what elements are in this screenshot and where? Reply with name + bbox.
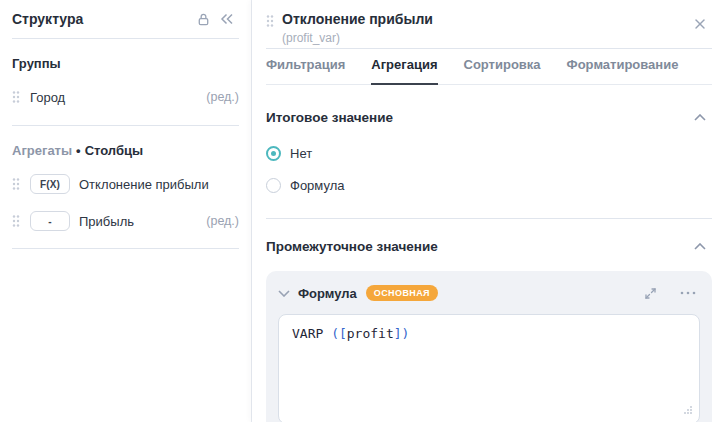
settings-tabs: Фильтрация Агрегация Сортировка Форматир… <box>266 49 712 85</box>
group-row-city[interactable]: Город (ред.) <box>12 86 239 108</box>
formula-field-name: profit <box>347 326 394 341</box>
column-edit-link[interactable]: (ред.) <box>206 214 239 228</box>
panel-header: Отклонение прибыли (profit_var) <box>266 0 712 48</box>
expand-icon[interactable] <box>638 281 662 305</box>
formula-close-bracket: ]) <box>394 326 410 341</box>
plain-type-badge: - <box>30 211 70 231</box>
more-options-icon[interactable] <box>676 281 700 305</box>
radio-label: Формула <box>290 178 344 193</box>
formula-card: Формула ОСНОВНАЯ <box>266 271 712 422</box>
structure-title: Структура <box>12 11 191 27</box>
formula-open-bracket: ([ <box>331 326 347 341</box>
structure-header: Структура <box>12 0 239 38</box>
column-row-profit[interactable]: - Прибыль (ред.) <box>12 210 239 232</box>
chevron-up-icon[interactable] <box>688 105 712 129</box>
group-label: Город <box>30 90 206 105</box>
lock-icon[interactable] <box>191 7 215 31</box>
radio-icon[interactable] <box>266 146 281 161</box>
drag-handle-icon[interactable] <box>12 214 20 228</box>
field-settings-screen: Структура Группы <box>0 0 726 422</box>
collapse-sidebar-icon[interactable] <box>215 7 239 31</box>
sidebar-divider <box>12 248 239 249</box>
groups-heading: Группы <box>12 56 239 71</box>
field-settings-panel: Отклонение прибыли (profit_var) Фильтрац… <box>252 0 726 422</box>
drag-handle-icon[interactable] <box>12 90 20 104</box>
tab-formatting[interactable]: Форматирование <box>567 57 679 85</box>
formula-card-title: Формула <box>298 286 357 301</box>
radio-icon[interactable] <box>266 178 281 193</box>
radio-label: Нет <box>290 146 312 161</box>
formula-function: VARP <box>292 326 331 341</box>
drag-handle-icon[interactable] <box>266 14 274 32</box>
heading-separator: • <box>72 143 85 158</box>
panel-title-block: Отклонение прибыли (profit_var) <box>282 10 433 46</box>
sidebar-divider <box>12 125 239 126</box>
resize-grip-icon[interactable] <box>682 403 693 418</box>
intermediate-value-section-header: Промежуточное значение <box>266 234 712 258</box>
close-icon[interactable] <box>688 12 712 36</box>
primary-badge: ОСНОВНАЯ <box>366 285 438 301</box>
columns-heading-part: Столбцы <box>85 143 143 158</box>
drag-handle-icon[interactable] <box>12 177 20 191</box>
formula-editor[interactable]: VARP ([profit]) <box>278 314 700 422</box>
formula-card-header: Формула ОСНОВНАЯ <box>278 281 700 305</box>
column-row-profit-var[interactable]: F(X) Отклонение прибыли <box>12 173 239 195</box>
formula-type-badge: F(X) <box>30 174 70 194</box>
panel-subtitle: (profit_var) <box>282 30 433 46</box>
column-label: Отклонение прибыли <box>79 177 239 192</box>
tab-filtering[interactable]: Фильтрация <box>266 57 345 85</box>
aggregates-heading-part: Агрегаты <box>12 143 72 158</box>
section-divider <box>266 218 712 219</box>
tab-sorting[interactable]: Сортировка <box>464 57 541 85</box>
total-value-section-header: Итоговое значение <box>266 105 712 129</box>
group-edit-link[interactable]: (ред.) <box>206 90 239 104</box>
structure-sidebar: Структура Группы <box>0 0 252 422</box>
intermediate-value-title: Промежуточное значение <box>266 239 438 254</box>
column-label: Прибыль <box>79 214 206 229</box>
sidebar-divider <box>12 38 239 39</box>
tab-aggregation[interactable]: Агрегация <box>371 57 437 85</box>
total-value-title: Итоговое значение <box>266 110 393 125</box>
panel-title: Отклонение прибыли <box>282 10 433 28</box>
aggregates-columns-heading: Агрегаты•Столбцы <box>12 143 239 158</box>
radio-option-none[interactable]: Нет <box>266 146 712 161</box>
chevron-down-icon[interactable] <box>278 290 290 297</box>
chevron-up-icon[interactable] <box>688 234 712 258</box>
radio-option-formula[interactable]: Формула <box>266 178 712 193</box>
